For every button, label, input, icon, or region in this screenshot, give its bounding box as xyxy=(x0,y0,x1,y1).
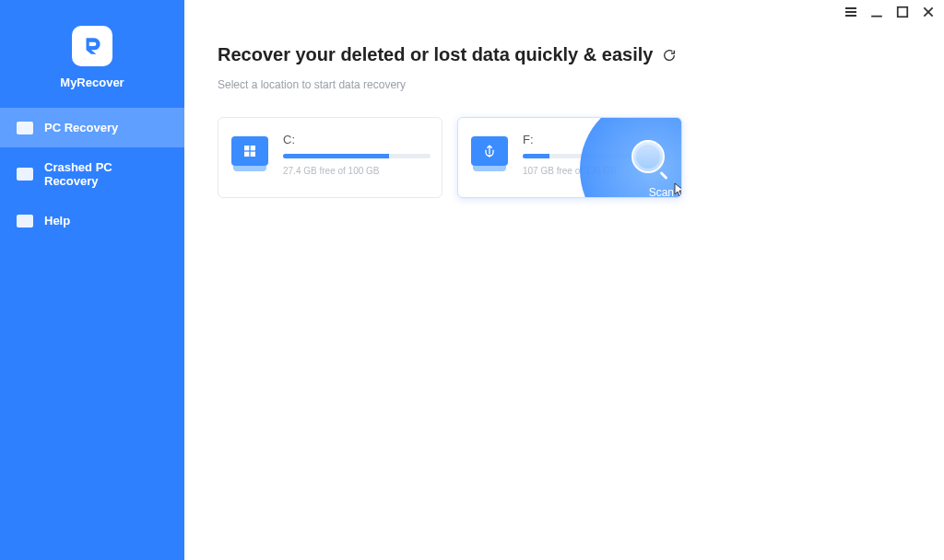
usb-drive-icon xyxy=(471,136,508,166)
brand-block: MyRecover xyxy=(0,0,184,108)
sidebar-item-icon xyxy=(17,122,33,134)
svg-point-8 xyxy=(489,155,491,158)
usage-bar xyxy=(283,154,431,158)
sidebar-item-label: Help xyxy=(44,214,70,228)
svg-rect-6 xyxy=(244,152,249,157)
sidebar-item-label: Crashed PC Recovery xyxy=(44,160,168,188)
minimize-button[interactable] xyxy=(870,6,883,18)
scan-overlay[interactable]: Scan xyxy=(580,123,682,198)
windows-drive-icon xyxy=(231,136,268,166)
scan-label: Scan xyxy=(649,186,674,198)
brand-name: MyRecover xyxy=(60,76,124,89)
sidebar: MyRecover PC RecoveryCrashed PC Recovery… xyxy=(0,0,184,560)
page-subtitle: Select a location to start data recovery xyxy=(218,78,911,91)
sidebar-item-pc-recovery[interactable]: PC Recovery xyxy=(0,108,184,147)
svg-rect-7 xyxy=(251,152,255,157)
sidebar-item-icon xyxy=(17,168,33,181)
drive-free-text: 27.4 GB free of 100 GB xyxy=(283,166,431,176)
sidebar-item-icon xyxy=(17,215,33,228)
menu-icon[interactable] xyxy=(844,6,857,18)
page-title: Recover your deleted or lost data quickl… xyxy=(218,44,653,65)
titlebar xyxy=(844,0,944,20)
refresh-icon[interactable] xyxy=(662,48,677,63)
drive-card-f[interactable]: F:107 GB free of 130 GBScan xyxy=(457,117,682,198)
app-logo-icon xyxy=(72,26,112,66)
drive-letter: C: xyxy=(283,133,431,146)
main-panel: Recover your deleted or lost data quickl… xyxy=(184,0,944,560)
maximize-button[interactable] xyxy=(896,6,909,18)
magnifier-icon xyxy=(631,140,665,173)
svg-rect-5 xyxy=(251,146,255,150)
svg-rect-1 xyxy=(898,7,908,18)
close-button[interactable] xyxy=(922,6,935,18)
drive-card-c[interactable]: C:27.4 GB free of 100 GB xyxy=(218,117,442,198)
svg-rect-4 xyxy=(244,146,249,150)
sidebar-item-label: PC Recovery xyxy=(44,121,118,134)
sidebar-item-crashed-pc-recovery[interactable]: Crashed PC Recovery xyxy=(0,147,184,201)
cursor-icon xyxy=(674,182,682,197)
sidebar-item-help[interactable]: Help xyxy=(0,201,184,240)
